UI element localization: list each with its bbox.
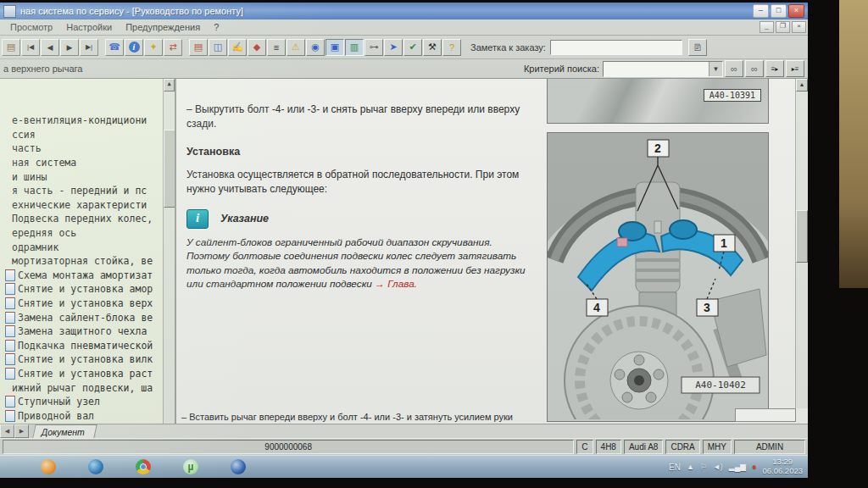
phone-button[interactable]: ☎ (105, 39, 124, 56)
checklist-button[interactable]: ✔ (403, 39, 422, 56)
key-query-button[interactable]: ? (442, 39, 461, 56)
manual-open-button[interactable]: ◫ (209, 39, 227, 56)
vehicle-search-button[interactable]: ➤ (384, 39, 403, 56)
tab-track (96, 424, 808, 438)
sidebar-item-transmission[interactable]: ссия (0, 128, 164, 142)
pricing-button[interactable]: ▥ (345, 39, 364, 56)
browser-icon[interactable] (88, 459, 103, 474)
service-tools-button[interactable]: ⚒ (423, 39, 442, 56)
menu-help[interactable]: ? (207, 21, 225, 33)
document-scrollbar-thumb[interactable] (796, 210, 808, 263)
horizontal-scrollbar[interactable] (735, 408, 796, 422)
sidebar-item-remove-link[interactable]: Снятие и установка раст (0, 367, 164, 381)
jump-previous-button[interactable]: ▸≡ (786, 60, 804, 77)
jump-next-button[interactable]: ≡▸ (765, 60, 784, 77)
flag-icon[interactable]: ⚐ (700, 463, 707, 471)
first-page-button[interactable]: |◀ (21, 39, 40, 56)
scroll-up-icon[interactable]: ▲ (796, 79, 808, 92)
sidebar-item-remove-fork[interactable]: Снятие и установка вилк (0, 352, 164, 367)
sidebar-item-lower-arm[interactable]: ижний рычаг подвески, ша (0, 380, 164, 395)
transfer-button[interactable]: ⇄ (164, 39, 182, 56)
sidebar-item-subframe[interactable]: одрамник (0, 240, 164, 254)
order-note-input[interactable] (550, 40, 682, 55)
scroll-up-icon[interactable]: ▲ (164, 79, 175, 92)
network-icon[interactable]: ▂▄▆ (729, 463, 746, 471)
document-scrollbar[interactable]: ▲ (795, 79, 808, 408)
chrome-icon[interactable] (136, 459, 151, 474)
menu-warnings[interactable]: Предупреждения (119, 21, 207, 33)
mdi-restore-button[interactable]: ❐ (776, 21, 790, 33)
callout-1: 1 (721, 236, 727, 250)
info-button[interactable]: i (125, 39, 143, 56)
sidebar-item-wheels-tires[interactable]: и шины (0, 169, 164, 184)
next-page-button[interactable]: ▶ (60, 39, 79, 56)
last-page-button[interactable]: ▶| (80, 39, 98, 56)
chapter-link[interactable]: → Глава. (375, 278, 417, 290)
sidebar-item-hub[interactable]: Ступичный узел (0, 395, 164, 409)
chevron-down-icon[interactable]: ▼ (709, 62, 722, 76)
sidebar-item-rear-suspension[interactable]: Подвеска задних колес, п (0, 423, 164, 424)
document-button[interactable]: ▤ (2, 39, 20, 56)
jump-previous-icon: ▸≡ (792, 65, 799, 73)
find-button[interactable]: ∞ (725, 60, 743, 77)
volume-icon[interactable]: ◄) (713, 463, 723, 471)
tree-scrollbar-thumb[interactable] (164, 130, 176, 208)
media-player-icon[interactable] (41, 459, 56, 474)
tab-scroll-left-icon[interactable]: ◀ (0, 424, 14, 438)
taskbar-clock[interactable]: 13:29 06.06.2023 (762, 458, 803, 476)
status-user: ADMIN (734, 440, 805, 454)
repair-manual-button[interactable]: ▤ (189, 39, 208, 56)
tray-chevron-icon[interactable]: ▲ (687, 463, 694, 471)
find-next-button[interactable]: ∞ (745, 60, 764, 77)
sidebar-item-chassis[interactable]: часть (0, 141, 164, 156)
sidebar-item-front-awd[interactable]: я часть - передний и пс (0, 184, 164, 198)
sidebar-item-tech-data[interactable]: ехнические характеристи (0, 198, 164, 213)
globe-button[interactable]: ◉ (306, 39, 325, 56)
mdi-close-button[interactable]: × (792, 21, 806, 33)
document-icon (5, 269, 15, 281)
menu-view[interactable]: Просмотр (3, 21, 59, 33)
previous-page-button[interactable]: ◀ (41, 39, 59, 56)
system-tray: EN ▲ ⚐ ◄) ▂▄▆ ● 13:29 06.06.2023 (669, 456, 803, 478)
sidebar-item-replace-boot[interactable]: Замена защитного чехла (0, 324, 164, 339)
sidebar-item-ventilation[interactable]: е-вентиляция-кондициони (0, 114, 164, 128)
warning-button[interactable]: ⚠ (287, 39, 305, 56)
mdi-minimize-button[interactable]: _ (760, 21, 774, 33)
sidebar-item-remove-upper-arm[interactable]: Снятие и установка верх (0, 297, 164, 311)
wiring-book-button[interactable]: ◆ (248, 39, 266, 56)
protocol-button[interactable]: ≡ (267, 39, 286, 56)
utorrent-icon[interactable]: µ (183, 459, 198, 474)
active-app-icon[interactable] (231, 459, 246, 474)
minimize-button[interactable]: – (753, 4, 769, 18)
wiring-book-icon: ◆ (253, 42, 260, 53)
search-criteria-combobox[interactable]: ▼ (603, 61, 723, 77)
key-icon: ✦ (149, 42, 157, 53)
sidebar-item-replace-bushing[interactable]: Замена сайлент-блока ве (0, 310, 164, 324)
sidebar-item-driveshaft[interactable]: Приводной вал (0, 408, 164, 423)
menu-settings[interactable]: Настройки (59, 21, 119, 33)
sidebar-item-front-axle[interactable]: ередняя ось (0, 226, 164, 241)
close-button[interactable]: × (788, 4, 804, 18)
tree-scrollbar[interactable]: ▲ (163, 79, 175, 424)
key-button[interactable]: ✦ (144, 39, 163, 56)
sidebar-item-remove-strut[interactable]: Снятие и установка амор (0, 282, 164, 297)
document-icon: ▤ (7, 42, 15, 53)
tab-scroll-right-icon[interactable]: ▶ (14, 424, 29, 438)
sidebar-item-brake-system[interactable]: ная система (0, 156, 164, 170)
maximize-button[interactable]: □ (771, 4, 787, 18)
figure-top-label: A40-10391 (704, 89, 761, 102)
globe-icon: ◉ (311, 42, 320, 53)
language-indicator[interactable]: EN (669, 463, 681, 472)
sidebar-item-strut[interactable]: мортизаторная стойка, ве (0, 254, 164, 269)
sidebar-item-pneumatic[interactable]: Подкачка пневматической (0, 339, 164, 353)
document-icon (5, 325, 15, 337)
document-icon (5, 312, 15, 324)
parts-box-button[interactable]: ▣ (326, 39, 344, 56)
vehicle-button[interactable]: ⊶ (364, 39, 383, 56)
alert-icon[interactable]: ● (752, 463, 756, 471)
order-note-button[interactable]: 🖹 (688, 39, 707, 56)
sidebar-item-strut-diagram[interactable]: Схема монтажа амортизат (0, 269, 164, 283)
contact-button[interactable]: ✍ (228, 39, 247, 56)
tab-document[interactable]: Документ (32, 424, 97, 438)
sidebar-item-front-suspension[interactable]: Подвеска передних колес, (0, 212, 164, 226)
